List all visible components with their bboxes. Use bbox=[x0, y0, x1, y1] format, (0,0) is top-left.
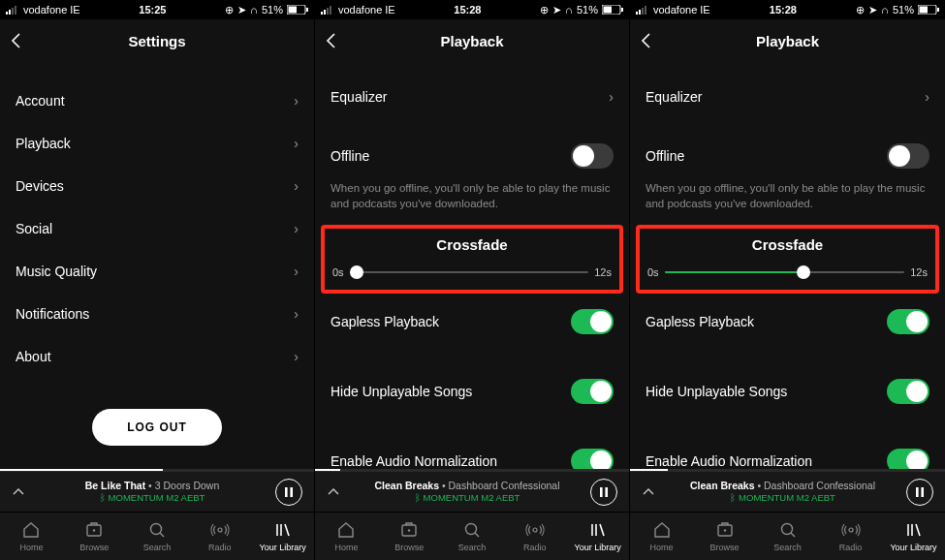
hide-unplayable-toggle[interactable] bbox=[887, 379, 929, 404]
signal-icon bbox=[6, 6, 19, 15]
page-title: Playback bbox=[756, 33, 819, 49]
offline-row: Offline bbox=[315, 132, 629, 180]
equalizer-row[interactable]: Equalizer› bbox=[315, 76, 629, 118]
now-playing-expand[interactable] bbox=[642, 488, 659, 496]
svg-point-11 bbox=[150, 524, 161, 535]
chevron-up-icon bbox=[327, 488, 340, 496]
svg-rect-42 bbox=[921, 487, 924, 497]
page-title: Playback bbox=[440, 33, 503, 49]
now-playing-bar[interactable]: Clean Breaks • Dashboard Confessional ᛒM… bbox=[315, 471, 629, 512]
crossfade-min: 0s bbox=[647, 266, 659, 278]
screen-playback-1: vodafone IE 15:28 ⊕ ➤ ∩ 51% Playback Equ… bbox=[315, 0, 630, 560]
library-icon bbox=[588, 520, 608, 540]
tab-home[interactable]: Home bbox=[315, 513, 378, 560]
chevron-left-icon bbox=[10, 32, 21, 49]
svg-line-16 bbox=[285, 524, 289, 536]
svg-rect-0 bbox=[6, 12, 8, 15]
bluetooth-icon: ᛒ bbox=[100, 492, 106, 504]
radio-icon bbox=[841, 520, 861, 540]
chevron-left-icon bbox=[325, 32, 336, 49]
svg-rect-39 bbox=[919, 7, 928, 14]
settings-item-devices[interactable]: Devices› bbox=[0, 165, 314, 207]
hide-unplayable-toggle[interactable] bbox=[571, 379, 614, 404]
svg-rect-7 bbox=[285, 487, 288, 497]
chevron-right-icon: › bbox=[294, 178, 299, 194]
tab-bar: Home Browse Search Radio Your Library bbox=[0, 512, 314, 560]
svg-rect-6 bbox=[306, 8, 308, 12]
tab-home[interactable]: Home bbox=[0, 513, 63, 560]
settings-item-about[interactable]: About› bbox=[0, 335, 314, 378]
svg-rect-3 bbox=[15, 6, 16, 15]
headphones-icon: ∩ bbox=[250, 4, 258, 16]
tab-home[interactable]: Home bbox=[630, 513, 693, 560]
logout-button[interactable]: LOG OUT bbox=[92, 409, 222, 446]
svg-point-47 bbox=[849, 528, 853, 532]
svg-rect-8 bbox=[290, 487, 293, 497]
home-icon bbox=[336, 520, 356, 540]
gapless-toggle[interactable] bbox=[571, 309, 614, 334]
svg-rect-5 bbox=[288, 7, 297, 14]
back-button[interactable] bbox=[10, 19, 21, 62]
tab-library[interactable]: Your Library bbox=[566, 513, 629, 560]
tab-radio[interactable]: Radio bbox=[188, 513, 251, 560]
settings-item-social[interactable]: Social› bbox=[0, 207, 314, 250]
pause-icon bbox=[599, 487, 609, 497]
library-icon bbox=[273, 520, 293, 540]
track-artist: Dashboard Confessional bbox=[764, 480, 875, 491]
back-button[interactable] bbox=[640, 19, 651, 62]
audio-norm-row: Enable Audio Normalization bbox=[315, 435, 629, 469]
chevron-right-icon: › bbox=[294, 264, 299, 279]
now-playing-expand[interactable] bbox=[327, 488, 344, 496]
clock: 15:28 bbox=[770, 4, 797, 16]
offline-toggle[interactable] bbox=[887, 143, 929, 169]
crossfade-label: Crossfade bbox=[325, 236, 619, 253]
tab-search[interactable]: Search bbox=[756, 513, 819, 560]
chevron-right-icon: › bbox=[294, 93, 299, 109]
search-icon bbox=[462, 520, 482, 540]
library-icon bbox=[904, 520, 924, 540]
tab-search[interactable]: Search bbox=[441, 513, 504, 560]
tab-library[interactable]: Your Library bbox=[882, 513, 945, 560]
svg-rect-1 bbox=[9, 10, 11, 15]
equalizer-row[interactable]: Equalizer› bbox=[630, 76, 945, 118]
tab-library[interactable]: Your Library bbox=[251, 513, 314, 560]
offline-toggle[interactable] bbox=[571, 143, 614, 169]
tab-browse[interactable]: Browse bbox=[63, 513, 126, 560]
settings-item-notifications[interactable]: Notifications› bbox=[0, 293, 314, 335]
chevron-up-icon bbox=[12, 488, 25, 496]
bluetooth-icon: ᛒ bbox=[415, 492, 421, 504]
pause-button[interactable] bbox=[906, 479, 933, 506]
audio-norm-toggle[interactable] bbox=[887, 449, 929, 469]
track-title: Clean Breaks bbox=[374, 480, 439, 491]
tab-bar: Home Browse Search Radio Your Library bbox=[630, 512, 945, 560]
audio-norm-toggle[interactable] bbox=[571, 449, 614, 469]
pause-button[interactable] bbox=[590, 479, 617, 506]
now-playing-expand[interactable] bbox=[12, 488, 29, 496]
tab-browse[interactable]: Browse bbox=[693, 513, 756, 560]
settings-item-account[interactable]: Account› bbox=[0, 79, 314, 122]
offline-description: When you go offline, you'll only be able… bbox=[630, 180, 945, 223]
settings-item-playback[interactable]: Playback› bbox=[0, 122, 314, 165]
chevron-right-icon: › bbox=[294, 221, 299, 236]
track-artist: 3 Doors Down bbox=[155, 480, 220, 491]
settings-item-music-quality[interactable]: Music Quality› bbox=[0, 250, 314, 293]
svg-line-46 bbox=[791, 533, 795, 537]
location-icon: ➤ bbox=[868, 4, 877, 16]
svg-rect-36 bbox=[642, 8, 644, 15]
hide-unplayable-row: Hide Unplayable Songs bbox=[630, 365, 945, 418]
crossfade-slider[interactable] bbox=[665, 271, 905, 273]
tab-search[interactable]: Search bbox=[126, 513, 189, 560]
crossfade-slider[interactable] bbox=[350, 271, 589, 273]
crossfade-section: Crossfade 0s 12s bbox=[636, 225, 939, 294]
tab-browse[interactable]: Browse bbox=[378, 513, 441, 560]
browse-icon bbox=[399, 520, 419, 540]
now-playing-bar[interactable]: Be Like That • 3 Doors Down ᛒMOMENTUM M2… bbox=[0, 471, 314, 512]
browse-icon bbox=[84, 520, 104, 540]
now-playing-bar[interactable]: Clean Breaks • Dashboard Confessional ᛒM… bbox=[630, 471, 945, 512]
back-button[interactable] bbox=[325, 19, 336, 62]
gapless-toggle[interactable] bbox=[887, 309, 929, 334]
tab-radio[interactable]: Radio bbox=[819, 513, 882, 560]
pause-button[interactable] bbox=[275, 479, 302, 506]
tab-radio[interactable]: Radio bbox=[503, 513, 566, 560]
alarm-icon: ⊕ bbox=[856, 4, 865, 16]
